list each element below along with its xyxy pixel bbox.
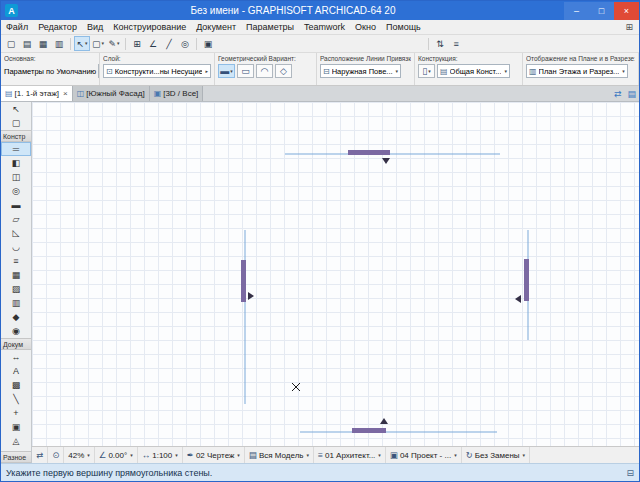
snap-guides-button[interactable]: ╱ (161, 36, 177, 51)
partial-structure-select[interactable]: ▤Вся Модель▾ (245, 447, 314, 463)
arrow-tool-button[interactable]: ↖▾ (74, 36, 90, 51)
pen-set-select-icon: ✒ (187, 450, 194, 460)
dropdown-caret-icon: ▾ (230, 69, 233, 74)
default-settings-button[interactable]: Параметры по Умолчанию (4, 67, 96, 76)
toolbox-group-document[interactable]: Докум (1, 338, 31, 350)
floor-plan-canvas[interactable] (32, 102, 639, 446)
options-button[interactable]: ≡ (448, 36, 464, 51)
menu-item-8[interactable]: Окно (350, 22, 381, 32)
save-file-button[interactable]: ▦ (35, 36, 51, 51)
wall-segment[interactable] (352, 428, 386, 433)
dropdown-caret-icon: ▾ (396, 69, 399, 74)
dropdown-caret-icon: ▾ (454, 453, 457, 458)
pan-button[interactable]: ⇄ (32, 447, 48, 463)
layer-combination-select-value: 01 Архитект... (325, 451, 375, 460)
tab-south-elevation[interactable]: ◫[Южный Фасад] (73, 86, 150, 101)
dimension-tool[interactable]: ↔ (1, 350, 31, 364)
marquee-tool[interactable]: ▢ (1, 116, 31, 130)
new-file-button[interactable]: ▢ (3, 36, 19, 51)
wall-tool[interactable]: ═ (1, 142, 31, 156)
geometry-box-button[interactable]: ▭ (237, 64, 254, 78)
renovation-filter-select[interactable]: ↻Без Замены▾ (462, 447, 530, 463)
menu-item-4[interactable]: Конструирование (108, 22, 191, 32)
slab-tool[interactable]: ▱ (1, 212, 31, 226)
beam-tool[interactable]: ▬ (1, 198, 31, 212)
window-tool[interactable]: ◫ (1, 170, 31, 184)
section-structure-controls: ▯▾▤Общая Конст...▾ (418, 64, 519, 78)
zoom-level-select[interactable]: 42%▾ (64, 447, 95, 463)
menu-item-6[interactable]: Параметры (241, 22, 299, 32)
section-plan-display-controls: ▥План Этажа и Разрез...▾ (526, 64, 635, 78)
tab-floor-plan[interactable]: ▤[1. 1-й этаж]× (1, 86, 73, 101)
mesh-tool[interactable]: ▦ (1, 268, 31, 282)
menu-item-9[interactable]: Помощь (381, 22, 426, 32)
wall-segment[interactable] (524, 259, 529, 301)
text-tool[interactable]: A (1, 364, 31, 378)
gravity-button[interactable]: ◎ (177, 36, 193, 51)
toolbox-group-design[interactable]: Констр (1, 130, 31, 142)
tracker-toggle-icon[interactable]: ⊟ (626, 468, 634, 478)
wall-tool-dropdown-button[interactable]: ✎▾ (106, 36, 122, 51)
tab-list-icon[interactable]: ▤ (624, 89, 639, 99)
plan-display-combo[interactable]: ▥План Этажа и Разрез...▾ (526, 64, 628, 78)
shell-tool[interactable]: ◡ (1, 240, 31, 254)
maximize-button[interactable]: □ (589, 2, 614, 20)
orientation-select[interactable]: ∠0.00°▾ (95, 447, 138, 463)
figure-tool[interactable]: ▣ (1, 420, 31, 434)
arrow-tool[interactable]: ↖ (1, 102, 31, 116)
minimize-button[interactable]: – (564, 2, 589, 20)
line-tool[interactable]: ╲ (1, 392, 31, 406)
wall-segment[interactable] (348, 150, 390, 155)
geometry-poly-button[interactable]: ◇ (275, 64, 292, 78)
layer-combo[interactable]: ⊡Конструкти...ны Несущие▸ (103, 64, 211, 78)
tab-sync-icon[interactable]: ⇄ (611, 89, 625, 99)
hotspot-tool[interactable]: + (1, 406, 31, 420)
suspend-groups-button[interactable]: ▣ (200, 36, 216, 51)
structure-type-button[interactable]: ▯▾ (418, 64, 435, 78)
menu-item-2[interactable]: Редактор (33, 22, 82, 32)
door-tool[interactable]: ◧ (1, 156, 31, 170)
zoom-level-select-value: 42% (68, 451, 84, 460)
structure-combo[interactable]: ▤Общая Конст...▾ (437, 64, 510, 78)
object-tool[interactable]: ◆ (1, 310, 31, 324)
pen-set-select[interactable]: ✒02 Чертеж▾ (183, 447, 245, 463)
menu-item-7[interactable]: Teamwork (299, 22, 350, 32)
zone-tool[interactable]: ▨ (1, 282, 31, 296)
teamwork-button[interactable]: ⇅ (432, 36, 448, 51)
menu-item-3[interactable]: Вид (82, 22, 108, 32)
curtain-wall-tool[interactable]: ▥ (1, 296, 31, 310)
stair-tool[interactable]: ≡ (1, 254, 31, 268)
section-layer-controls: ⊡Конструкти...ны Несущие▸ (103, 64, 211, 78)
geometry-straight-button[interactable]: ▬▾ (218, 64, 235, 78)
camera-tool[interactable]: ◬ (1, 434, 31, 448)
guide-lines-button[interactable]: ∠ (145, 36, 161, 51)
reference-line-combo[interactable]: ⊟Наружная Пове...▾ (320, 64, 401, 78)
toolbox-group-more[interactable]: Разное (1, 451, 31, 463)
close-button[interactable]: × (614, 2, 639, 20)
menu-items: ФайлРедакторВидКонструированиеДокументПа… (1, 22, 619, 32)
marquee-tool-button[interactable]: ▢▾ (90, 36, 106, 51)
status-message: Укажите первую вершину прямоугольника ст… (6, 468, 212, 478)
model-view-select[interactable]: ▣04 Проект - ...▾ (386, 447, 462, 463)
print-button[interactable]: ▥ (51, 36, 67, 51)
column-tool[interactable]: ◎ (1, 184, 31, 198)
pen-set-select-value: 02 Чертеж (196, 451, 234, 460)
wall-end-marker (515, 295, 521, 303)
tab-close-icon[interactable]: × (63, 89, 68, 98)
zoom-button[interactable]: ⊙ (48, 447, 64, 463)
fill-tool[interactable]: ▩ (1, 378, 31, 392)
layer-combination-select[interactable]: ≡01 Архитект...▾ (314, 447, 386, 463)
workspace-icon[interactable]: ⊞ (619, 22, 639, 32)
menu-item-5[interactable]: Документ (191, 22, 241, 32)
wall-segment[interactable] (241, 260, 246, 302)
tab-south-elevation-label: [Южный Фасад] (86, 89, 144, 98)
scale-select[interactable]: ↔1:100▾ (138, 447, 183, 463)
tab-3d[interactable]: ▣[3D / Все] (150, 86, 204, 101)
geometry-curved-button[interactable]: ◠ (256, 64, 273, 78)
grid-snap-button[interactable]: ⊞ (129, 36, 145, 51)
lamp-tool[interactable]: ◉ (1, 324, 31, 338)
roof-tool[interactable]: ◺ (1, 226, 31, 240)
open-file-button[interactable]: ▤ (19, 36, 35, 51)
wall-end-marker (380, 418, 388, 424)
menu-item-1[interactable]: Файл (1, 22, 33, 32)
